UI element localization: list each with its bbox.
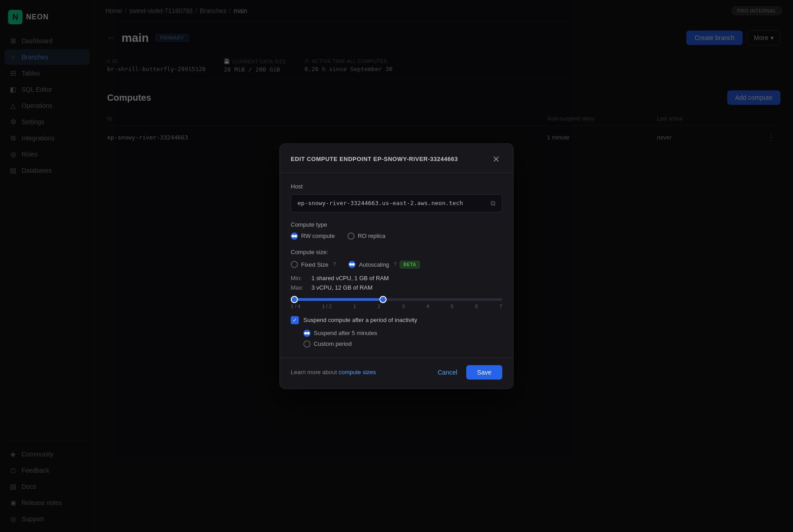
slider-thumb-left[interactable] [291,296,298,303]
max-key: Max: [291,284,307,291]
host-input-box: ep-snowy-river-33244663.us-east-2.aws.ne… [291,194,502,212]
ro-replica-label: RO replica [358,232,385,239]
rw-radio-dot [291,232,298,240]
host-value: ep-snowy-river-33244663.us-east-2.aws.ne… [297,200,486,206]
suspend-label: Suspend compute after a period of inacti… [303,317,417,323]
slider-label-1: 1 / 2 [322,304,331,309]
slider-label-2: 1 [353,304,356,309]
slider-label-3: 2 [378,304,380,309]
ro-replica-option[interactable]: RO replica [347,232,385,240]
fixed-radio-dot [291,261,298,268]
compute-sizes-link[interactable]: compute sizes [338,369,376,376]
modal-close-button[interactable]: ✕ [490,153,502,165]
fixed-help-icon: ? [333,261,336,268]
modal-overlay: EDIT COMPUTE ENDPOINT EP-SNOWY-RIVER-332… [95,0,793,532]
compute-type-row: RW compute RO replica [291,232,502,240]
custom-period-label: Custom period [314,340,352,347]
suspend-options: Suspend after 5 minutes Custom period [291,330,502,348]
slider-label-7: 6 [475,304,478,309]
fixed-size-label: Fixed Size [301,261,329,268]
slider-label-4: 3 [402,304,405,309]
fixed-size-option[interactable]: Fixed Size ? [291,261,336,268]
rw-compute-label: RW compute [301,232,335,239]
edit-compute-modal: EDIT COMPUTE ENDPOINT EP-SNOWY-RIVER-332… [279,143,514,389]
slider-label-8: 7 [500,304,502,309]
suspend-five-min-option[interactable]: Suspend after 5 minutes [303,330,502,337]
modal-title: EDIT COMPUTE ENDPOINT EP-SNOWY-RIVER-332… [291,156,458,162]
host-label: Host [291,183,502,190]
slider-track [291,298,502,301]
compute-size-section: Compute size: Fixed Size ? Autoscaling ?… [291,249,502,309]
footer-actions: Cancel Save [433,365,502,380]
slider-fill [291,298,379,301]
autoscaling-option[interactable]: Autoscaling ? BETA [348,261,419,268]
autoscaling-label: Autoscaling [359,261,389,268]
five-min-label: Suspend after 5 minutes [314,330,377,336]
slider-label-5: 4 [426,304,429,309]
slider-thumb-right[interactable] [379,296,387,303]
five-min-radio-dot [303,330,311,337]
max-item: Max: 3 vCPU, 12 GB of RAM [291,284,502,291]
size-options-row: Fixed Size ? Autoscaling ? BETA [291,261,502,268]
suspend-row: ✓ Suspend compute after a period of inac… [291,316,502,324]
ro-radio-dot [347,232,355,240]
cancel-button[interactable]: Cancel [433,365,462,380]
slider-label-6: 5 [451,304,454,309]
autoscaling-help-icon: ? [394,261,397,268]
suspend-custom-option[interactable]: Custom period [303,340,502,348]
suspend-section: ✓ Suspend compute after a period of inac… [291,316,502,348]
checkmark-icon: ✓ [293,317,297,323]
main-content: Home / sweet-violet-71160793 / Branches … [95,0,793,532]
min-key: Min: [291,275,307,282]
min-item: Min: 1 shared vCPU, 1 GB of RAM [291,275,502,282]
save-button[interactable]: Save [466,365,502,380]
learn-more-text: Learn more about [291,369,338,376]
suspend-checkbox[interactable]: ✓ [291,316,299,324]
slider-labels: 1 / 4 1 / 2 1 2 3 4 5 6 7 [291,304,502,309]
slider-label-0: 1 / 4 [291,304,300,309]
max-value: 3 vCPU, 12 GB of RAM [311,284,373,291]
slider-area[interactable]: 1 / 4 1 / 2 1 2 3 4 5 6 7 [291,298,502,309]
modal-footer: Learn more about compute sizes Cancel Sa… [280,358,513,389]
modal-header: EDIT COMPUTE ENDPOINT EP-SNOWY-RIVER-332… [280,144,513,173]
beta-badge: BETA [400,261,419,268]
rw-compute-option[interactable]: RW compute [291,232,335,240]
min-value: 1 shared vCPU, 1 GB of RAM [311,275,389,282]
compute-type-label: Compute type [291,221,502,228]
min-max-row: Min: 1 shared vCPU, 1 GB of RAM Max: 3 v… [291,275,502,291]
compute-size-label: Compute size: [291,249,502,255]
custom-radio-dot [303,340,311,348]
copy-icon[interactable]: ⧉ [491,199,496,207]
learn-more: Learn more about compute sizes [291,369,376,376]
modal-body: Host ep-snowy-river-33244663.us-east-2.a… [280,173,513,358]
autoscaling-radio-dot [348,261,356,268]
